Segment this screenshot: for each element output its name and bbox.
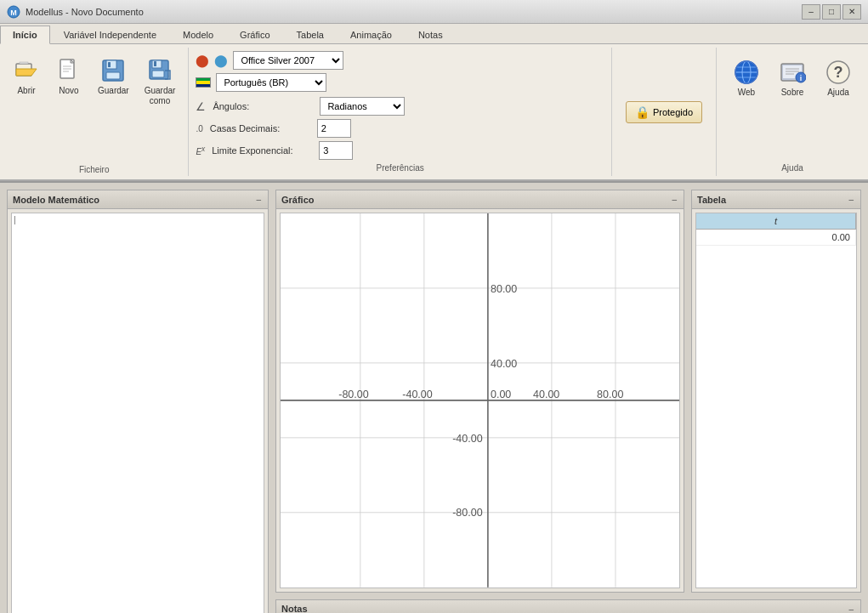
angulos-icon: ∠ [196,100,206,113]
lock-icon: 🔒 [635,105,650,119]
svg-rect-13 [106,72,120,79]
tabela-title: Tabela [697,195,726,205]
svg-text:80.00: 80.00 [597,389,623,400]
svg-text:?: ? [834,64,843,81]
ficheiro-group: Abrir Novo [0,48,189,176]
grafico-content[interactable]: -80.00 -40.00 0.00 40.00 80.00 80.00 40.… [280,213,680,588]
ficheiro-label: Ficheiro [79,163,110,174]
svg-text:80.00: 80.00 [491,283,517,295]
modelo-panel: Modelo Matemático – | Parâmetros Condiçõ… [7,190,269,613]
casas-label: Casas Decimais: [210,123,312,133]
theme-dot2-icon: ⬤ [214,54,228,67]
ribbon-tabs: Início Variável Independente Modelo Gráf… [0,24,868,44]
title-text: Modellus - Novo Documento [26,7,144,17]
flag-icon [196,77,211,88]
novo-label: Novo [59,86,78,96]
top-right: Gráfico – [275,190,861,593]
tabela-header: Tabela – [692,190,860,209]
minimize-button[interactable]: – [802,4,820,20]
modelo-title: Modelo Matemático [13,195,99,205]
tabela-content[interactable]: t 0.00 [695,213,857,588]
limite-label: Limite Exponencial: [212,145,314,156]
language-select[interactable]: Português (BR) [216,73,326,92]
ajuda-button[interactable]: ? Ajuda [819,54,858,102]
ficheiro-buttons: Abrir Novo [7,49,181,163]
protected-group: 🔒 Protegido [612,48,717,176]
svg-text:40.00: 40.00 [533,389,559,400]
modelo-cursor-icon: | [14,215,16,224]
tabela-col-t: t [696,213,856,229]
ribbon-content: Abrir Novo [0,44,868,181]
angulos-row: ∠ Ângulos: Radianos [196,97,604,116]
svg-rect-12 [108,62,111,67]
table-row: 0.00 [696,230,856,246]
tab-variavel[interactable]: Variável Independente [51,26,169,43]
svg-text:-80.00: -80.00 [338,389,368,400]
notas-minimize[interactable]: – [847,604,855,613]
guardar-como-icon: ↓ [146,57,173,84]
tabela-header-row: t [696,213,856,230]
web-label: Web [738,88,755,98]
guardar-icon [99,57,127,84]
sobre-label: Sobre [781,88,804,98]
svg-rect-15 [152,60,162,68]
grafico-minimize[interactable]: – [670,195,678,204]
sobre-icon: i [779,59,806,86]
limite-icon: Ex [196,145,205,156]
ajuda-label: Ajuda [827,88,849,98]
close-button[interactable]: ✕ [842,4,861,20]
tabela-cell-value: 0.00 [696,230,856,245]
theme-dot-icon: ⬤ [196,54,209,67]
notas-header: Notas – [276,600,860,613]
svg-marker-3 [16,69,37,76]
svg-text:-40.00: -40.00 [402,389,432,400]
limite-row: Ex Limite Exponencial: [196,141,604,160]
modelo-minimize[interactable]: – [254,195,263,204]
guardar-button[interactable]: Guardar [92,53,135,100]
ajuda-group-label: Ajuda [781,163,803,173]
tab-inicio[interactable]: Início [0,26,50,44]
limite-input[interactable] [319,141,353,160]
notas-panel: Notas – [275,599,861,613]
protected-label: Protegido [653,107,693,117]
tab-notas[interactable]: Notas [406,26,456,43]
maximize-button[interactable]: □ [822,4,841,20]
web-icon [733,59,760,86]
guardar-como-label: Guardar como [145,86,176,106]
novo-button[interactable]: Novo [49,53,88,100]
svg-rect-16 [154,61,156,66]
grafico-title: Gráfico [281,195,315,205]
modelo-content[interactable]: | [11,213,264,613]
ribbon: Abrir Novo [0,44,868,183]
title-bar-controls: – □ ✕ [802,4,861,20]
web-button[interactable]: Web [727,54,766,102]
left-panel: Modelo Matemático – | Parâmetros Condiçõ… [7,190,269,613]
angulos-label: Ângulos: [213,101,315,111]
theme-row: ⬤ ⬤ Office Silver 2007 [196,51,604,70]
svg-rect-17 [152,71,164,77]
tab-modelo[interactable]: Modelo [170,26,226,43]
protected-badge[interactable]: 🔒 Protegido [626,101,702,123]
abrir-button[interactable]: Abrir [7,53,46,100]
svg-rect-11 [106,60,116,69]
app-icon: M [7,5,20,19]
preferencias-group: ⬤ ⬤ Office Silver 2007 Português (BR) ∠ … [189,48,612,176]
language-row: Português (BR) [196,73,604,92]
tab-tabela[interactable]: Tabela [284,26,337,43]
svg-text:40.00: 40.00 [491,358,517,370]
casas-input[interactable] [317,119,351,138]
novo-icon [55,57,82,84]
tabela-minimize[interactable]: – [847,195,855,204]
grafico-panel: Gráfico – [275,190,684,593]
casas-row: .0 Casas Decimais: [196,119,604,138]
svg-text:0.00: 0.00 [491,389,511,400]
right-panels: Gráfico – [275,190,861,613]
svg-text:-40.00: -40.00 [452,433,482,445]
tab-animacao[interactable]: Animação [338,26,405,43]
svg-text:i: i [800,74,803,82]
sobre-button[interactable]: i Sobre [773,54,812,102]
guardar-como-button[interactable]: ↓ Guardar como [139,53,182,111]
tab-grafico[interactable]: Gráfico [227,26,282,43]
theme-select[interactable]: Office Silver 2007 [233,51,343,70]
angulos-select[interactable]: Radianos [320,97,405,116]
